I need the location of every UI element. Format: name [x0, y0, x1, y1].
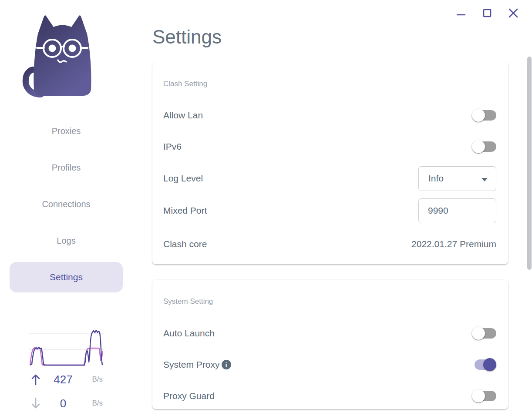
scrollbar-thumb[interactable] [527, 57, 532, 270]
sidebar-item-profiles[interactable]: Profiles [10, 149, 123, 186]
up-arrow-icon [28, 373, 44, 386]
ipv6-row: IPv6 [163, 134, 496, 159]
minimize-button[interactable] [456, 7, 466, 19]
maximize-icon [482, 8, 492, 18]
close-icon [508, 8, 519, 18]
log-level-select[interactable]: Info [418, 166, 496, 191]
maximize-button[interactable] [482, 7, 492, 19]
sidebar-item-connections[interactable]: Connections [10, 186, 123, 222]
window-controls [456, 7, 519, 19]
mixed-port-input[interactable] [418, 198, 496, 223]
nav-label: Connections [42, 199, 90, 209]
download-line [30, 348, 103, 365]
right-eye [69, 45, 76, 52]
row-label: System Proxy i [163, 359, 231, 370]
row-label: IPv6 [163, 141, 182, 152]
traffic-graph [29, 327, 104, 369]
info-icon[interactable]: i [222, 360, 231, 369]
clash-core-version: 2022.01.27 Premium [411, 239, 496, 249]
clash-cat-logo [21, 11, 104, 99]
proxy-guard-row: Proxy Guard [163, 383, 496, 409]
minimize-icon [456, 8, 466, 18]
sidebar-item-proxies[interactable]: Proxies [10, 113, 123, 149]
sidebar-nav: Proxies Profiles Connections Logs Settin… [0, 113, 132, 295]
allow-lan-toggle[interactable] [472, 109, 496, 122]
row-label: Auto Launch [163, 328, 215, 339]
graph-gridlines [29, 334, 104, 349]
download-unit: B/s [83, 399, 105, 408]
left-eye [49, 45, 56, 52]
clash-core-row: Clash core 2022.01.27 Premium [163, 231, 496, 257]
auto-launch-row: Auto Launch [163, 321, 496, 346]
download-value: 0 [44, 397, 83, 410]
nav-label: Logs [57, 236, 75, 246]
allow-lan-row: Allow Lan [163, 103, 496, 128]
sidebar-item-settings[interactable]: Settings [10, 262, 123, 292]
section-label: Clash Setting [163, 80, 207, 88]
proxy-guard-toggle[interactable] [472, 389, 496, 403]
sidebar-item-logs[interactable]: Logs [10, 222, 123, 259]
system-setting-card: System Setting Auto Launch System Proxy … [152, 280, 508, 409]
clash-setting-card: Clash Setting Allow Lan IPv6 Log Level I… [152, 62, 508, 264]
upload-unit: B/s [83, 375, 105, 384]
nav-label: Profiles [52, 163, 81, 173]
nav-label: Proxies [52, 126, 81, 136]
upload-value: 427 [44, 373, 83, 386]
auto-launch-toggle[interactable] [472, 327, 496, 340]
log-level-row: Log Level Info [163, 166, 496, 191]
mixed-port-row: Mixed Port [163, 198, 496, 223]
nav-label: Settings [50, 272, 83, 282]
chevron-down-icon [481, 178, 488, 181]
download-stat: 0 B/s [28, 397, 105, 410]
system-proxy-toggle[interactable] [472, 358, 496, 371]
page-title: Settings [152, 26, 222, 48]
row-label: Clash core [163, 239, 207, 249]
log-level-value: Info [428, 173, 444, 184]
row-label: Proxy Guard [163, 391, 215, 401]
clash-app-window: Proxies Profiles Connections Logs Settin… [0, 0, 532, 416]
down-arrow-icon [28, 397, 44, 409]
row-label: Log Level [163, 173, 203, 184]
row-label-text: System Proxy [163, 359, 220, 370]
close-button[interactable] [508, 7, 519, 19]
upload-stat: 427 B/s [28, 373, 105, 386]
ipv6-toggle[interactable] [472, 140, 496, 153]
system-proxy-row: System Proxy i [163, 352, 496, 377]
row-label: Allow Lan [163, 110, 203, 121]
row-label: Mixed Port [163, 205, 207, 216]
cat-body [34, 16, 91, 96]
section-label: System Setting [163, 297, 213, 306]
